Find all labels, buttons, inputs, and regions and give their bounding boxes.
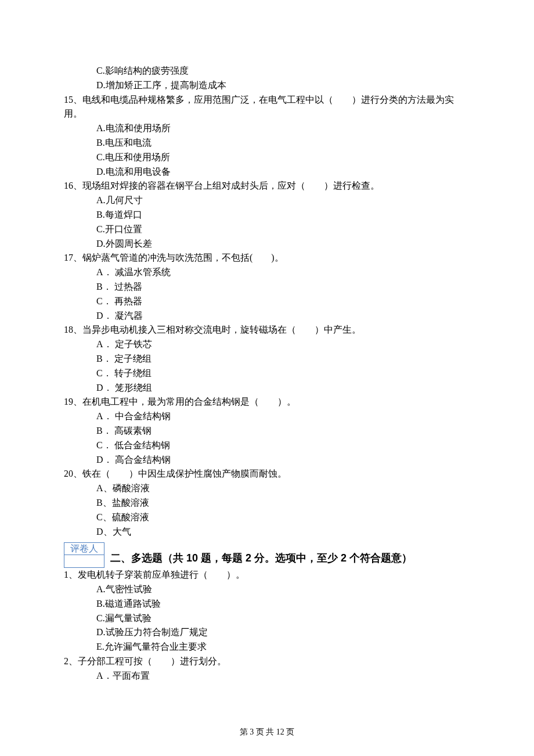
option-b: B． 高碳素钢 [96, 424, 470, 438]
question-options: A． 定子铁芯 B． 定子绕组 C． 转子绕组 D． 笼形绕组 [64, 337, 470, 395]
question-2-2: 2、子分部工程可按（ ）进行划分。 A．平面布置 [64, 654, 470, 683]
option-a: A． 定子铁芯 [96, 337, 470, 352]
question-20: 20、铁在（ ）中因生成保护性腐蚀产物膜而耐蚀。 A、磷酸溶液 B、盐酸溶液 C… [64, 467, 470, 539]
option-a: A． 中合金结构钢 [96, 409, 470, 424]
question-number: 18、 [64, 325, 82, 334]
option-d: D.电流和用电设备 [96, 165, 470, 179]
question-16: 16、现场组对焊接的容器在钢平台上组对成封头后，应对（ ）进行检查。 A.几何尺… [64, 179, 470, 251]
question-stem: 17、锅炉蒸气管道的冲洗与吹洗范围，不包括( )。 [64, 251, 470, 265]
question-text: 在机电工程中，最为常用的合金结构钢是（ ）。 [82, 397, 296, 406]
question-number: 15、 [64, 95, 82, 105]
option-c: C． 再热器 [96, 294, 470, 309]
question-text: 子分部工程可按（ ）进行划分。 [78, 656, 226, 666]
question-text: 锅炉蒸气管道的冲洗与吹洗范围，不包括( )。 [82, 253, 284, 262]
question-options: A.气密性试验 B.磁道通路试验 C.漏气量试验 D.试验压力符合制造厂规定 E… [64, 582, 470, 654]
question-18: 18、当异步电动机接入三相对称交流电时，旋转磁场在（ ）中产生。 A． 定子铁芯… [64, 323, 470, 395]
question-14-options-partial: C.影响结构的疲劳强度 D.增加矫正工序，提高制造成本 [64, 64, 470, 93]
option-a: A． 减温水管系统 [96, 265, 470, 280]
option-d: D． 高合金结构钢 [96, 453, 470, 467]
question-text: 铁在（ ）中因生成保护性腐蚀产物膜而耐蚀。 [82, 469, 287, 478]
option-c: C.电压和使用场所 [96, 150, 470, 165]
grader-label-cell: 评卷人 [64, 542, 104, 555]
question-options: A.几何尺寸 B.每道焊口 C.开口位置 D.外圆周长差 [64, 193, 470, 251]
option-c: C.开口位置 [96, 222, 470, 237]
question-text: 当异步电动机接入三相对称交流电时，旋转磁场在（ ）中产生。 [82, 325, 361, 334]
question-options: A.电流和使用场所 B.电压和电流 C.电压和使用场所 D.电流和用电设备 [64, 121, 470, 179]
option-d: D.增加矫正工序，提高制造成本 [96, 78, 470, 93]
question-2-1: 1、发电机转子穿装前应单独进行（ ）。 A.气密性试验 B.磁道通路试验 C.漏… [64, 568, 470, 654]
question-options: A．平面布置 [64, 669, 470, 683]
question-stem: 15、电线和电缆品种规格繁多，应用范围广泛，在电气工程中以（ ）进行分类的方法最… [64, 93, 470, 122]
question-number: 1、 [64, 570, 78, 579]
option-a: A.气密性试验 [96, 582, 470, 597]
question-stem: 19、在机电工程中，最为常用的合金结构钢是（ ）。 [64, 395, 470, 409]
option-a: A．平面布置 [96, 669, 470, 683]
question-stem: 18、当异步电动机接入三相对称交流电时，旋转磁场在（ ）中产生。 [64, 323, 470, 337]
question-19: 19、在机电工程中，最为常用的合金结构钢是（ ）。 A． 中合金结构钢 B． 高… [64, 395, 470, 467]
document-page: C.影响结构的疲劳强度 D.增加矫正工序，提高制造成本 15、电线和电缆品种规格… [0, 0, 534, 756]
section-2-title: 二、多选题（共 10 题，每题 2 分。选项中，至少 2 个符合题意） [110, 550, 412, 568]
question-stem: 20、铁在（ ）中因生成保护性腐蚀产物膜而耐蚀。 [64, 467, 470, 481]
grader-empty-cell [64, 555, 104, 568]
option-a: A.电流和使用场所 [96, 121, 470, 136]
option-b: B.磁道通路试验 [96, 597, 470, 611]
option-b: B． 过热器 [96, 280, 470, 294]
option-c: C． 转子绕组 [96, 366, 470, 381]
question-number: 20、 [64, 469, 82, 478]
page-footer: 第 3 页 共 12 页 [0, 726, 534, 739]
option-d: D.外圆周长差 [96, 237, 470, 251]
option-d: D． 凝汽器 [96, 309, 470, 323]
grader-box: 评卷人 [64, 542, 104, 568]
option-a: A、磷酸溶液 [96, 481, 470, 496]
question-number: 19、 [64, 397, 82, 406]
option-b: B.电压和电流 [96, 136, 470, 150]
question-number: 16、 [64, 181, 82, 190]
question-number: 2、 [64, 656, 78, 666]
option-c: C． 低合金结构钢 [96, 438, 470, 453]
option-e: E.允许漏气量符合业主要求 [96, 640, 470, 654]
question-stem: 1、发电机转子穿装前应单独进行（ ）。 [64, 568, 470, 582]
option-c: C、硫酸溶液 [96, 510, 470, 525]
question-options: A． 中合金结构钢 B． 高碳素钢 C． 低合金结构钢 D． 高合金结构钢 [64, 409, 470, 467]
question-options: A． 减温水管系统 B． 过热器 C． 再热器 D． 凝汽器 [64, 265, 470, 323]
option-a: A.几何尺寸 [96, 193, 470, 208]
question-17: 17、锅炉蒸气管道的冲洗与吹洗范围，不包括( )。 A． 减温水管系统 B． 过… [64, 251, 470, 323]
question-stem: 16、现场组对焊接的容器在钢平台上组对成封头后，应对（ ）进行检查。 [64, 179, 470, 193]
question-text: 电线和电缆品种规格繁多，应用范围广泛，在电气工程中以（ ）进行分类的方法最为实用… [64, 95, 454, 119]
question-15: 15、电线和电缆品种规格繁多，应用范围广泛，在电气工程中以（ ）进行分类的方法最… [64, 93, 470, 179]
question-text: 发电机转子穿装前应单独进行（ ）。 [78, 570, 245, 579]
option-b: B． 定子绕组 [96, 352, 470, 366]
option-c: C.漏气量试验 [96, 611, 470, 626]
option-b: B、盐酸溶液 [96, 496, 470, 510]
option-d: D、大气 [96, 525, 470, 539]
question-text: 现场组对焊接的容器在钢平台上组对成封头后，应对（ ）进行检查。 [82, 181, 380, 190]
question-number: 17、 [64, 253, 82, 262]
question-options: A、磷酸溶液 B、盐酸溶液 C、硫酸溶液 D、大气 [64, 481, 470, 539]
question-stem: 2、子分部工程可按（ ）进行划分。 [64, 654, 470, 669]
section-2-header: 评卷人 二、多选题（共 10 题，每题 2 分。选项中，至少 2 个符合题意） [64, 542, 470, 568]
option-c: C.影响结构的疲劳强度 [96, 64, 470, 78]
option-d: D.试验压力符合制造厂规定 [96, 625, 470, 640]
option-d: D． 笼形绕组 [96, 381, 470, 395]
option-b: B.每道焊口 [96, 208, 470, 222]
